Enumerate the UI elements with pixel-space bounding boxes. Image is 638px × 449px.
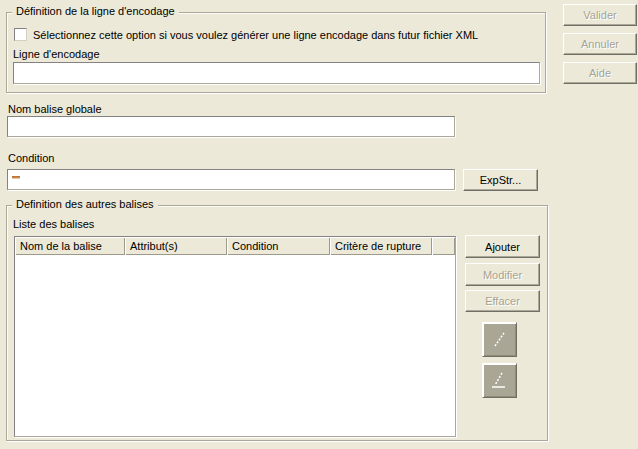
tags-list-label: Liste des balises: [13, 218, 94, 230]
tags-list-body[interactable]: [15, 255, 455, 436]
expstr-button[interactable]: ExpStr...: [463, 169, 538, 191]
condition-label: Condition: [8, 152, 54, 164]
encoding-line-group-title: Définition de la ligne d'encodage: [12, 5, 179, 17]
cancel-button[interactable]: Annuler: [563, 33, 637, 55]
add-button[interactable]: Ajouter: [465, 235, 540, 258]
help-button[interactable]: Aide: [563, 62, 637, 84]
move-down-arrow-icon: [487, 368, 512, 393]
tags-listview-header: Nom de la balise Attribut(s) Condition C…: [15, 237, 455, 255]
column-header-filler: [432, 237, 455, 255]
encoding-line-label: Ligne d'encodage: [13, 48, 100, 60]
modify-button[interactable]: Modifier: [465, 263, 540, 286]
generate-encoding-line-checkbox[interactable]: [14, 28, 27, 41]
column-header-condition[interactable]: Condition: [227, 237, 330, 255]
condition-input[interactable]: [7, 169, 455, 190]
generate-encoding-line-checkbox-label[interactable]: Sélectionnez cette option si vous voulez…: [33, 29, 478, 41]
tags-listview[interactable]: Nom de la balise Attribut(s) Condition C…: [14, 236, 456, 437]
column-header-break-criterion[interactable]: Critère de rupture: [330, 237, 432, 255]
global-tag-label: Nom balise globale: [8, 103, 102, 115]
encoding-line-input[interactable]: [13, 62, 540, 84]
move-up-arrow-icon: [487, 327, 512, 352]
column-header-tag-name[interactable]: Nom de la balise: [15, 237, 125, 255]
dialog-xml-encoding-definition: { "dialog": { "background": "#ECE9D8" },…: [0, 0, 638, 449]
delete-button[interactable]: Effacer: [465, 290, 540, 312]
move-down-button[interactable]: [482, 363, 517, 398]
global-tag-input[interactable]: [7, 116, 455, 137]
validate-button[interactable]: Valider: [563, 4, 637, 26]
column-header-attributes[interactable]: Attribut(s): [125, 237, 227, 255]
move-up-button[interactable]: [482, 322, 517, 357]
other-tags-group-title: Definition des autres balises: [12, 198, 158, 210]
